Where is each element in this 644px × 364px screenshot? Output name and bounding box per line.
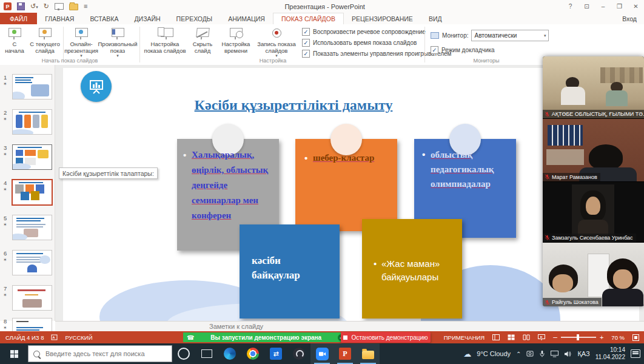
share-banner-text: Вы запустили демонстрацию экрана: [199, 334, 333, 341]
slideshow-view-icon[interactable]: [538, 334, 545, 340]
ribbon-display-options-button[interactable]: ⊡: [579, 0, 595, 13]
tab-file[interactable]: ФАЙЛ: [0, 13, 37, 24]
language-indicator[interactable]: РУССКИЙ: [65, 334, 92, 341]
from-current-slide-button[interactable]: С текущего слайда: [28, 26, 62, 54]
slide-title[interactable]: Кәсіби құзыреттілікті дамыту: [148, 97, 439, 113]
participant-face: [613, 269, 632, 289]
notes-placeholder: Заметки к слайду: [209, 323, 263, 330]
file-explorer-button[interactable]: [357, 343, 380, 364]
participant-video[interactable]: Марат Рамазанов: [543, 119, 644, 181]
zoom-app-button[interactable]: [310, 343, 334, 364]
spellcheck-icon[interactable]: [51, 334, 58, 341]
slide-sorter-view-icon[interactable]: [508, 334, 515, 340]
tab-review[interactable]: РЕЦЕНЗИРОВАНИЕ: [344, 13, 421, 24]
tray-obs-icon[interactable]: [526, 350, 534, 357]
notes-toggle[interactable]: ПРИМЕЧАНИЯ: [444, 334, 485, 341]
save-icon[interactable]: [17, 2, 25, 10]
language-switch[interactable]: ҚАЗ: [577, 350, 589, 357]
checkbox-presenter-view[interactable]: ✓Режим докладчика: [431, 46, 495, 54]
help-button[interactable]: ?: [562, 0, 579, 13]
clock[interactable]: 10:14 11.04.2022: [595, 346, 625, 361]
participant-video[interactable]: АҚТӨБЕ ОБЛЫСТЫҚ, ҒЫЛЫМИ ТӘ..: [543, 56, 644, 119]
close-button[interactable]: ✕: [628, 0, 644, 13]
task-view-button[interactable]: [195, 343, 218, 364]
participant-name-label: Райгуль Шокатова: [543, 298, 602, 306]
zoom-slider[interactable]: – +: [553, 333, 603, 342]
zoom-out-icon[interactable]: –: [553, 333, 557, 342]
slide-number: 3: [4, 144, 7, 151]
weather-text[interactable]: 9°C Cloudy: [477, 350, 511, 357]
quick-access-toolbar: P ↺▾ ↻ ≡: [0, 2, 87, 10]
zoom-slider-thumb[interactable]: [577, 334, 579, 340]
start-slideshow-icon[interactable]: [55, 3, 64, 10]
reading-view-icon[interactable]: [523, 334, 530, 340]
windows-logo-icon: [10, 350, 18, 358]
weather-cloud-icon[interactable]: ☁: [463, 349, 471, 359]
slide-6-thumbnail[interactable]: [12, 250, 52, 275]
participant-video[interactable]: Райгуль Шокатова: [543, 243, 644, 306]
undo-icon[interactable]: ↺▾: [30, 3, 38, 10]
sign-in-link[interactable]: Вход: [622, 13, 644, 24]
slide-5-thumbnail[interactable]: [12, 215, 52, 240]
tray-chevron-icon[interactable]: ⌃: [516, 351, 521, 357]
thumbnail-row: 4 ✶: [0, 180, 55, 207]
tab-insert[interactable]: ВСТАВКА: [82, 13, 126, 24]
participant-video[interactable]: Замзагуль Сисенбаева Уринбас: [543, 182, 644, 243]
tab-transitions[interactable]: ПЕРЕХОДЫ: [169, 13, 221, 24]
normal-view-icon[interactable]: [492, 334, 500, 340]
tab-home[interactable]: ГЛАВНАЯ: [37, 13, 82, 24]
slide-number: 2: [4, 109, 7, 116]
stop-share-button[interactable]: Остановить демонстрацию: [341, 332, 431, 343]
hide-slide-button[interactable]: Скрыть слайд: [189, 26, 216, 54]
minimize-button[interactable]: –: [595, 0, 611, 13]
tray-display-icon[interactable]: [551, 351, 558, 357]
zoom-percentage[interactable]: 70 %: [611, 334, 625, 341]
teamviewer-button[interactable]: ⇄: [264, 343, 287, 364]
bullet-icon: •: [183, 147, 186, 163]
powerpoint-taskbar-button[interactable]: P: [334, 343, 357, 364]
redo-icon[interactable]: ↻: [44, 3, 49, 10]
notes-bar[interactable]: Заметки к слайду: [55, 321, 644, 332]
setup-slideshow-button[interactable]: Настройка показа слайдов: [143, 26, 187, 54]
slide-1-thumbnail[interactable]: [12, 74, 52, 99]
muted-mic-icon: [545, 300, 550, 305]
participant-face: [586, 197, 600, 215]
video-call-panel: АҚТӨБЕ ОБЛЫСТЫҚ, ҒЫЛЫМИ ТӘ.. Марат Рамаз…: [543, 56, 644, 306]
start-button[interactable]: [0, 343, 28, 364]
lower-blue-box-text: кәсіби байқаулар: [252, 254, 312, 283]
record-slideshow-button[interactable]: Запись показа слайдов ▾: [256, 26, 297, 58]
participant-head: [589, 144, 623, 170]
slide-7-thumbnail[interactable]: [12, 285, 52, 311]
chrome-button[interactable]: [241, 343, 264, 364]
animation-star-icon: ✶: [3, 222, 7, 228]
cortana-button[interactable]: [172, 343, 195, 364]
slide-3-thumbnail[interactable]: [12, 144, 52, 170]
tab-view[interactable]: ВИД: [421, 13, 450, 24]
present-online-button[interactable]: Онлайн-презентация ▾: [65, 26, 97, 58]
slide-number: 5: [4, 215, 7, 221]
taskbar-search[interactable]: [28, 345, 172, 362]
restore-button[interactable]: ❐: [611, 0, 628, 13]
action-center-icon[interactable]: [631, 349, 640, 358]
slide-2-thumbnail[interactable]: [12, 109, 52, 135]
open-folder-icon[interactable]: [69, 4, 78, 10]
tab-design[interactable]: ДИЗАЙН: [126, 13, 168, 24]
window-title: Презентация - PowerPoint: [87, 3, 562, 10]
monitor-select[interactable]: Автоматически ▾: [471, 30, 549, 41]
shelf: [546, 149, 584, 165]
participant-name-label: Марат Рамазанов: [543, 173, 600, 181]
search-input[interactable]: [44, 349, 150, 358]
tray-mic-icon[interactable]: [539, 350, 545, 357]
from-beginning-button[interactable]: С начала: [2, 26, 27, 54]
tab-animations[interactable]: АНИМАЦИЯ: [220, 13, 273, 24]
rehearse-timings-button[interactable]: Настройка времени: [218, 26, 253, 54]
obs-button[interactable]: [287, 343, 310, 364]
tray-volume-icon[interactable]: [564, 351, 572, 357]
fit-to-window-icon[interactable]: [632, 334, 639, 341]
zoom-in-icon[interactable]: +: [600, 334, 603, 341]
tab-slideshow[interactable]: ПОКАЗ СЛАЙДОВ: [273, 13, 344, 25]
edge-button[interactable]: [218, 343, 241, 364]
slide-4-thumbnail[interactable]: [12, 179, 53, 206]
custom-slideshow-button[interactable]: Произвольный показ ▾: [99, 26, 136, 58]
orange-box-text: • шебер-кластар: [313, 150, 392, 166]
